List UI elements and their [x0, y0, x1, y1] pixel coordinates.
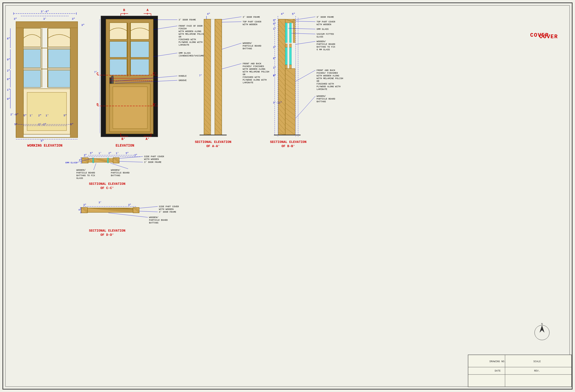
svg-text:DRAWING NO.: DRAWING NO.: [489, 360, 506, 363]
svg-rect-371: [3, 3, 572, 389]
svg-text:6MM GLASS: 6MM GLASS: [179, 52, 191, 54]
svg-text:PARTICLE BOARD: PARTICLE BOARD: [316, 98, 335, 100]
svg-text:LAMINATE: LAMINATE: [243, 82, 253, 84]
svg-text:7': 7': [199, 74, 202, 77]
svg-text:6 MM GLASS: 6 MM GLASS: [316, 49, 330, 51]
svg-text:WITH WOODEN: WITH WOODEN: [144, 158, 159, 161]
svg-text:5": 5": [24, 114, 27, 117]
svg-rect-64: [110, 41, 127, 57]
svg-rect-63: [131, 23, 149, 39]
svg-text:1': 1': [46, 114, 49, 117]
svg-text:PARTICLE BOARD: PARTICLE BOARD: [76, 172, 95, 174]
svg-rect-215: [289, 23, 291, 43]
section-bb-group: 4" 5": [270, 13, 343, 148]
svg-line-248: [296, 21, 315, 22]
svg-marker-382: [540, 325, 545, 333]
svg-text:D: D: [96, 103, 98, 106]
svg-line-261: [296, 70, 315, 81]
svg-text:1": 1": [273, 67, 276, 69]
svg-rect-62: [110, 23, 127, 39]
svg-text:3': 3': [98, 201, 101, 204]
svg-line-270: [296, 96, 315, 118]
svg-rect-14: [48, 28, 70, 47]
svg-text:OF  A-A': OF A-A': [206, 144, 220, 148]
svg-rect-65: [131, 41, 149, 57]
svg-text:5": 5": [41, 140, 44, 142]
svg-rect-27: [27, 92, 67, 131]
svg-text:3": 3": [128, 204, 131, 206]
svg-line-328: [110, 163, 128, 169]
svg-text:BATTANS TO FIX: BATTANS TO FIX: [316, 46, 335, 48]
svg-text:OR: OR: [179, 36, 181, 38]
svg-text:5": 5": [292, 13, 295, 16]
cover-text-svg: COVER: [539, 34, 558, 40]
svg-line-251: [288, 28, 315, 29]
svg-text:8": 8": [273, 57, 276, 60]
svg-rect-227: [285, 69, 295, 135]
svg-line-168: [222, 43, 241, 49]
svg-text:A: A: [146, 8, 148, 12]
svg-text:9": 9": [7, 58, 10, 61]
working-elevation-group: 3'-6" 3' 3" 3" 3": [7, 10, 85, 147]
svg-rect-373: [468, 355, 572, 387]
svg-text:LAMINATE: LAMINATE: [316, 88, 327, 91]
svg-text:WITH MELAMINE POLISH: WITH MELAMINE POLISH: [179, 33, 205, 35]
svg-rect-11: [70, 22, 78, 138]
svg-line-172: [222, 64, 241, 69]
svg-text:GLASS: GLASS: [316, 36, 323, 38]
svg-line-363: [139, 211, 158, 212]
svg-text:2": 2": [108, 152, 111, 155]
svg-text:3': 3': [43, 18, 46, 21]
svg-rect-186: [278, 19, 285, 135]
svg-text:SECTIONAL  ELEVATION: SECTIONAL ELEVATION: [89, 182, 125, 186]
svg-text:PARTICLE BOARD: PARTICLE BOARD: [243, 45, 261, 47]
svg-text:WITH MELAMINE POLISH: WITH MELAMINE POLISH: [243, 71, 269, 73]
main-drawing: 3'-6" 3' 3" 3" 3": [0, 0, 575, 392]
page: COVER 3'-6" 3' 3" 3" 3": [0, 0, 575, 392]
svg-text:GLASS: GLASS: [76, 177, 83, 180]
svg-text:BATTANS: BATTANS: [111, 174, 120, 177]
svg-text:1': 1': [116, 152, 119, 155]
svg-text:5": 5": [14, 123, 18, 126]
svg-text:5": 5": [273, 23, 276, 25]
svg-text:3'-6": 3'-6": [41, 10, 49, 13]
svg-rect-75: [113, 87, 147, 129]
svg-text:TOP PART COVER: TOP PART COVER: [316, 21, 335, 23]
svg-rect-13: [24, 28, 41, 47]
svg-rect-300: [93, 158, 94, 163]
svg-text:A': A': [145, 137, 149, 141]
svg-text:PARTICLE BOARD: PARTICLE BOARD: [149, 219, 168, 221]
svg-text:1': 1': [98, 152, 101, 155]
svg-text:FINISHED WITH: FINISHED WITH: [243, 76, 260, 79]
svg-text:HANDLE: HANDLE: [179, 75, 187, 77]
svg-rect-17: [48, 49, 70, 68]
svg-line-256: [296, 41, 315, 44]
svg-text:PACKED/ FINISHED: PACKED/ FINISHED: [243, 65, 264, 68]
svg-text:LAMINATE: LAMINATE: [179, 44, 189, 46]
svg-rect-20: [48, 70, 70, 87]
svg-text:DATE: DATE: [495, 369, 501, 372]
svg-rect-137: [211, 19, 215, 135]
svg-text:FINISHED WITH: FINISHED WITH: [316, 83, 334, 85]
svg-text:2'-8": 2'-8": [10, 113, 19, 116]
svg-text:7': 7': [273, 74, 276, 77]
svg-text:PLYWOOD ALONG WITH: PLYWOOD ALONG WITH: [179, 41, 202, 44]
svg-line-323: [94, 163, 96, 170]
svg-text:(SANDWICHED/VACCUMED): (SANDWICHED/VACCUMED): [179, 55, 206, 57]
svg-text:8": 8": [7, 37, 10, 40]
svg-text:4": 4": [281, 13, 284, 16]
svg-text:5": 5": [90, 152, 93, 155]
svg-text:WITH WOODEN ALONG: WITH WOODEN ALONG: [316, 75, 339, 77]
svg-line-365: [108, 213, 148, 217]
svg-text:ELEVATION: ELEVATION: [116, 144, 134, 147]
svg-rect-66: [110, 59, 127, 75]
svg-text:WITH MELAMINE POLISH: WITH MELAMINE POLISH: [316, 77, 343, 80]
svg-text:BATTANS: BATTANS: [316, 100, 326, 103]
svg-text:3' DOOR FRAME: 3' DOOR FRAME: [316, 16, 334, 19]
svg-text:PLYWOOD ALONG WITH: PLYWOOD ALONG WITH: [316, 85, 340, 88]
svg-text:BATTANS: BATTANS: [149, 222, 158, 224]
svg-text:WITH WOODEN ALONG: WITH WOODEN ALONG: [243, 68, 265, 71]
svg-text:3": 3": [81, 24, 85, 27]
svg-text:SIDE PART COVER: SIDE PART COVER: [144, 155, 164, 158]
svg-text:8": 8": [7, 78, 10, 81]
